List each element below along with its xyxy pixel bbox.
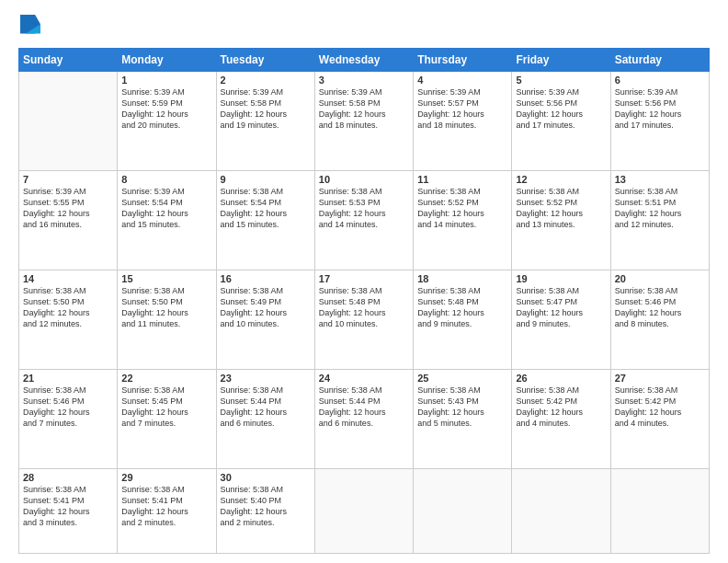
calendar-cell [610, 468, 709, 553]
day-number: 12 [516, 174, 606, 185]
day-info: Sunrise: 5:38 AM Sunset: 5:42 PM Dayligh… [516, 385, 606, 430]
calendar-cell: 23Sunrise: 5:38 AM Sunset: 5:44 PM Dayli… [216, 369, 314, 468]
day-number: 26 [516, 373, 606, 384]
day-info: Sunrise: 5:38 AM Sunset: 5:42 PM Dayligh… [615, 385, 705, 430]
calendar-cell: 6Sunrise: 5:39 AM Sunset: 5:56 PM Daylig… [610, 72, 709, 171]
day-info: Sunrise: 5:38 AM Sunset: 5:50 PM Dayligh… [121, 285, 211, 330]
day-number: 8 [121, 174, 211, 185]
day-number: 23 [221, 373, 311, 384]
calendar-cell: 19Sunrise: 5:38 AM Sunset: 5:47 PM Dayli… [512, 270, 610, 369]
weekday-header: Tuesday [216, 49, 314, 72]
calendar-cell: 18Sunrise: 5:38 AM Sunset: 5:48 PM Dayli… [414, 270, 512, 369]
day-info: Sunrise: 5:39 AM Sunset: 5:56 PM Dayligh… [615, 86, 705, 132]
weekday-header: Saturday [610, 49, 709, 72]
calendar-cell: 20Sunrise: 5:38 AM Sunset: 5:46 PM Dayli… [610, 270, 709, 369]
day-number: 7 [23, 174, 113, 185]
day-number: 5 [516, 75, 606, 86]
day-info: Sunrise: 5:38 AM Sunset: 5:40 PM Dayligh… [221, 484, 311, 529]
day-info: Sunrise: 5:39 AM Sunset: 5:58 PM Dayligh… [221, 86, 311, 132]
day-info: Sunrise: 5:38 AM Sunset: 5:46 PM Dayligh… [615, 285, 705, 330]
day-number: 10 [319, 174, 409, 185]
day-info: Sunrise: 5:38 AM Sunset: 5:49 PM Dayligh… [221, 285, 311, 330]
day-info: Sunrise: 5:38 AM Sunset: 5:47 PM Dayligh… [516, 285, 606, 330]
calendar-cell: 27Sunrise: 5:38 AM Sunset: 5:42 PM Dayli… [610, 369, 709, 468]
day-info: Sunrise: 5:38 AM Sunset: 5:53 PM Dayligh… [319, 186, 409, 231]
day-info: Sunrise: 5:38 AM Sunset: 5:41 PM Dayligh… [23, 484, 113, 529]
day-number: 27 [615, 373, 705, 384]
header [18, 15, 710, 39]
day-number: 22 [121, 373, 211, 384]
day-number: 14 [23, 273, 113, 284]
weekday-header: Friday [512, 49, 610, 72]
day-info: Sunrise: 5:38 AM Sunset: 5:51 PM Dayligh… [615, 186, 705, 231]
day-number: 20 [615, 273, 705, 284]
day-number: 18 [417, 273, 507, 284]
calendar-cell: 15Sunrise: 5:38 AM Sunset: 5:50 PM Dayli… [118, 270, 216, 369]
calendar-cell [19, 72, 118, 171]
day-info: Sunrise: 5:39 AM Sunset: 5:57 PM Dayligh… [417, 86, 507, 132]
day-number: 21 [23, 373, 113, 384]
day-number: 15 [121, 273, 211, 284]
day-info: Sunrise: 5:38 AM Sunset: 5:46 PM Dayligh… [23, 385, 113, 430]
day-info: Sunrise: 5:38 AM Sunset: 5:48 PM Dayligh… [319, 285, 409, 330]
day-number: 25 [417, 373, 507, 384]
calendar-cell: 22Sunrise: 5:38 AM Sunset: 5:45 PM Dayli… [118, 369, 216, 468]
calendar-cell: 24Sunrise: 5:38 AM Sunset: 5:44 PM Dayli… [314, 369, 413, 468]
day-number: 9 [221, 174, 311, 185]
day-info: Sunrise: 5:39 AM Sunset: 5:58 PM Dayligh… [319, 86, 409, 132]
day-info: Sunrise: 5:38 AM Sunset: 5:44 PM Dayligh… [221, 385, 311, 430]
page: SundayMondayTuesdayWednesdayThursdayFrid… [0, 0, 728, 563]
day-info: Sunrise: 5:38 AM Sunset: 5:54 PM Dayligh… [221, 186, 311, 231]
day-number: 3 [319, 75, 409, 86]
day-number: 16 [221, 273, 311, 284]
logo [18, 15, 44, 39]
calendar-cell: 7Sunrise: 5:39 AM Sunset: 5:55 PM Daylig… [19, 170, 118, 270]
day-number: 6 [615, 75, 705, 86]
calendar-cell: 21Sunrise: 5:38 AM Sunset: 5:46 PM Dayli… [19, 369, 118, 468]
calendar-cell: 8Sunrise: 5:39 AM Sunset: 5:54 PM Daylig… [118, 170, 216, 270]
calendar-cell: 1Sunrise: 5:39 AM Sunset: 5:59 PM Daylig… [118, 72, 216, 171]
calendar-cell: 17Sunrise: 5:38 AM Sunset: 5:48 PM Dayli… [314, 270, 413, 369]
calendar-cell: 2Sunrise: 5:39 AM Sunset: 5:58 PM Daylig… [216, 72, 314, 171]
calendar-cell: 16Sunrise: 5:38 AM Sunset: 5:49 PM Dayli… [216, 270, 314, 369]
calendar-cell: 25Sunrise: 5:38 AM Sunset: 5:43 PM Dayli… [414, 369, 512, 468]
calendar-cell: 4Sunrise: 5:39 AM Sunset: 5:57 PM Daylig… [414, 72, 512, 171]
calendar-cell [314, 468, 413, 553]
calendar-cell: 9Sunrise: 5:38 AM Sunset: 5:54 PM Daylig… [216, 170, 314, 270]
day-info: Sunrise: 5:39 AM Sunset: 5:54 PM Dayligh… [121, 186, 211, 231]
day-info: Sunrise: 5:39 AM Sunset: 5:56 PM Dayligh… [516, 86, 606, 132]
day-number: 11 [417, 174, 507, 185]
day-info: Sunrise: 5:38 AM Sunset: 5:52 PM Dayligh… [516, 186, 606, 231]
day-number: 4 [417, 75, 507, 86]
weekday-header: Wednesday [314, 49, 413, 72]
day-number: 29 [121, 472, 211, 483]
calendar-cell: 3Sunrise: 5:39 AM Sunset: 5:58 PM Daylig… [314, 72, 413, 171]
day-number: 19 [516, 273, 606, 284]
calendar-cell: 12Sunrise: 5:38 AM Sunset: 5:52 PM Dayli… [512, 170, 610, 270]
calendar-cell: 29Sunrise: 5:38 AM Sunset: 5:41 PM Dayli… [118, 468, 216, 553]
day-info: Sunrise: 5:39 AM Sunset: 5:55 PM Dayligh… [23, 186, 113, 231]
day-info: Sunrise: 5:38 AM Sunset: 5:44 PM Dayligh… [319, 385, 409, 430]
day-number: 13 [615, 174, 705, 185]
day-info: Sunrise: 5:38 AM Sunset: 5:43 PM Dayligh… [417, 385, 507, 430]
weekday-header: Monday [118, 49, 216, 72]
day-number: 1 [121, 75, 211, 86]
calendar-cell: 11Sunrise: 5:38 AM Sunset: 5:52 PM Dayli… [414, 170, 512, 270]
calendar-cell [414, 468, 512, 553]
calendar-table: SundayMondayTuesdayWednesdayThursdayFrid… [18, 48, 710, 554]
weekday-header: Thursday [414, 49, 512, 72]
calendar-cell: 13Sunrise: 5:38 AM Sunset: 5:51 PM Dayli… [610, 170, 709, 270]
calendar-cell: 14Sunrise: 5:38 AM Sunset: 5:50 PM Dayli… [19, 270, 118, 369]
weekday-header: Sunday [19, 49, 118, 72]
day-info: Sunrise: 5:38 AM Sunset: 5:48 PM Dayligh… [417, 285, 507, 330]
calendar-cell: 5Sunrise: 5:39 AM Sunset: 5:56 PM Daylig… [512, 72, 610, 171]
calendar-cell [512, 468, 610, 553]
day-info: Sunrise: 5:38 AM Sunset: 5:41 PM Dayligh… [121, 484, 211, 529]
day-number: 30 [221, 472, 311, 483]
day-number: 17 [319, 273, 409, 284]
day-number: 28 [23, 472, 113, 483]
day-info: Sunrise: 5:38 AM Sunset: 5:52 PM Dayligh… [417, 186, 507, 231]
calendar-cell: 30Sunrise: 5:38 AM Sunset: 5:40 PM Dayli… [216, 468, 314, 553]
day-number: 24 [319, 373, 409, 384]
day-info: Sunrise: 5:39 AM Sunset: 5:59 PM Dayligh… [121, 86, 211, 132]
